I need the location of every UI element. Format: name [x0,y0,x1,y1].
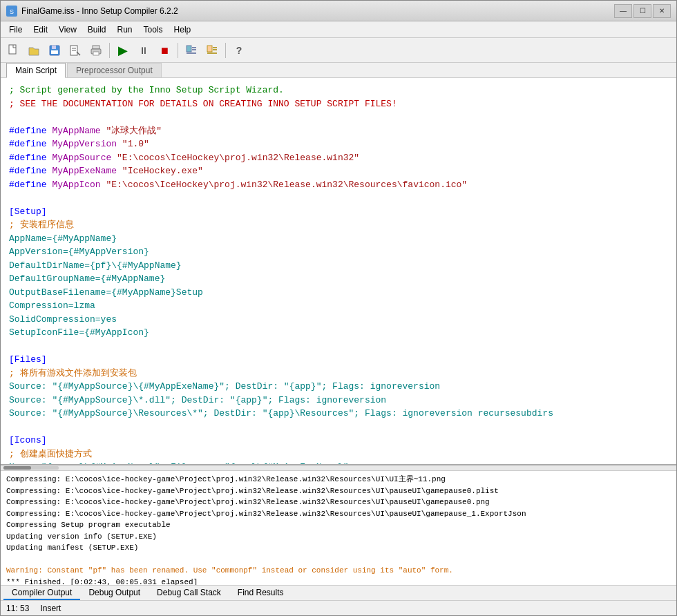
menu-build[interactable]: Build [82,23,112,37]
tabs-bar: Main Script Preprocessor Output [1,63,676,78]
code-line-5: #define MyAppVersion "1.0" [9,137,668,151]
maximize-button[interactable]: ☐ [633,4,651,18]
log-finished: *** Finished. [0:02:43, 00:05.031 elapse… [6,577,671,586]
log-line-blank [6,554,671,566]
bottom-tabs: Compiler Output Debug Output Debug Call … [1,585,676,600]
run-build-button[interactable]: ▶ [113,41,133,59]
bottom-tab-find-results[interactable]: Find Results [229,586,292,600]
code-line-1: ; Script generated by the Inno Setup Scr… [9,84,668,97]
svg-rect-16 [207,46,212,52]
code-line-4: #define MyAppName "冰球大作战" [9,124,668,138]
settings-button[interactable] [202,41,222,59]
svg-rect-11 [93,52,99,55]
code-line-3 [9,110,668,124]
title-text: FinalGame.iss - Inno Setup Compiler 6.2.… [21,6,614,16]
status-line-col: 11: 53 [6,604,29,613]
log-line-2: Compressing: E:\cocos\ice-hockey-game\Pr… [6,485,671,497]
log-line-1: Compressing: E:\cocos\ice-hockey-game\Pr… [6,474,671,485]
output-scrollbar-track [1,465,676,471]
svg-rect-4 [52,46,56,49]
window-controls: — ☐ ✕ [614,4,671,18]
svg-text:S: S [10,8,14,15]
code-line-20 [9,340,668,354]
bottom-tab-debug-output[interactable]: Debug Output [80,586,149,600]
code-line-27: [Icons] [9,434,668,447]
code-content[interactable]: ; Script generated by the Inno Setup Scr… [1,78,676,464]
app-window: S FinalGame.iss - Inno Setup Compiler 6.… [0,0,677,616]
code-line-2: ; SEE THE DOCUMENTATION FOR DETAILS ON C… [9,97,668,111]
help-topics-button[interactable]: ? [229,41,249,59]
status-line: 11 [6,604,15,613]
menu-view[interactable]: View [53,23,82,37]
toolbar-sep-2 [178,43,178,58]
code-line-10: [Setup] [9,205,668,219]
code-line-14: DefaultDirName={pf}\{#MyAppName} [9,259,668,273]
log-line-3: Compressing: E:\cocos\ice-hockey-game\Pr… [6,497,671,508]
horizontal-scrollbar[interactable] [3,466,59,470]
svg-rect-2 [9,45,16,54]
menu-tools[interactable]: Tools [138,23,169,37]
toolbar: ▶ ⏸ ⏹ ? [1,38,676,63]
menu-bar: File Edit View Build Run Tools Help [1,21,676,38]
code-line-15: DefaultGroupName={#MyAppName} [9,272,668,286]
log-line-4: Compressing: E:\cocos\ice-hockey-game\Pr… [6,508,671,520]
svg-rect-12 [187,46,191,52]
code-line-7: #define MyAppExeName "IceHockey.exe" [9,164,668,178]
output-log[interactable]: Compressing: E:\cocos\ice-hockey-game\Pr… [1,471,676,585]
log-line-7: Updating manifest (SETUP.EXE) [6,542,671,554]
toolbar-sep-3 [225,43,226,58]
print-button[interactable] [86,41,106,59]
svg-rect-9 [93,46,99,49]
bottom-tab-debug-call-stack[interactable]: Debug Call Stack [149,586,229,600]
code-line-24: Source: "{#MyAppSource}\*.dll"; DestDir:… [9,394,668,407]
code-line-12: AppName={#MyAppName} [9,232,668,246]
code-line-18: SolidCompression=yes [9,313,668,327]
status-col: 53 [20,604,29,613]
bottom-tab-compiler-output[interactable]: Compiler Output [3,586,80,600]
log-line-5: Compressing Setup program executable [6,519,671,531]
log-line-6: Updating version info (SETUP.EXE) [6,531,671,543]
tab-main-script[interactable]: Main Script [6,63,66,78]
log-warning: Warning: Constant "pf" has been renamed.… [6,565,671,577]
code-line-28: ; 创建桌面快捷方式 [9,447,668,461]
code-line-23: Source: "{#MyAppSource}\{#MyAppExeName}"… [9,380,668,394]
menu-file[interactable]: File [3,23,28,37]
title-bar: S FinalGame.iss - Inno Setup Compiler 6.… [1,1,676,21]
stop-build-button[interactable]: ⏹ [155,41,174,59]
code-line-8: #define MyAppIcon "E:\cocos\IceHockey\pr… [9,178,668,192]
close-button[interactable]: ✕ [653,4,671,18]
minimize-button[interactable]: — [614,4,632,18]
svg-rect-5 [51,50,58,54]
scrollbar-thumb[interactable] [3,466,31,470]
menu-edit[interactable]: Edit [28,23,53,37]
toolbar-sep-1 [109,43,110,58]
code-line-26 [9,421,668,434]
output-area: Compressing: E:\cocos\ice-hockey-game\Pr… [1,464,676,585]
new-file-button[interactable] [3,41,23,59]
code-line-16: OutputBaseFilename={#MyAppName}Setup [9,286,668,300]
code-line-13: AppVersion={#MyAppVersion} [9,245,668,259]
menu-help[interactable]: Help [169,23,197,37]
code-line-11: ; 安装程序信息 [9,218,668,232]
open-file-button[interactable] [24,41,44,59]
save-as-button[interactable] [66,41,85,59]
code-line-9 [9,191,668,205]
code-line-6: #define MyAppSource "E:\cocos\IceHockey\… [9,151,668,165]
app-icon: S [6,6,17,17]
code-line-25: Source: "{#MyAppSource}\Resources\*"; De… [9,407,668,421]
code-line-19: SetupIconFile={#MyAppIcon} [9,326,668,340]
code-line-21: [Files] [9,353,668,367]
pause-build-button[interactable]: ⏸ [134,41,153,59]
code-line-22: ; 将所有游戏文件添加到安装包 [9,367,668,381]
menu-run[interactable]: Run [112,23,138,37]
status-mode: Insert [40,604,61,613]
code-line-17: Compression=lzma [9,299,668,313]
wizard-button[interactable] [182,41,201,59]
editor-area: ; Script generated by the Inno Setup Scr… [1,78,676,464]
tab-preprocessor-output[interactable]: Preprocessor Output [67,63,162,77]
save-file-button[interactable] [45,41,64,59]
status-bar: 11: 53 Insert [1,600,676,615]
